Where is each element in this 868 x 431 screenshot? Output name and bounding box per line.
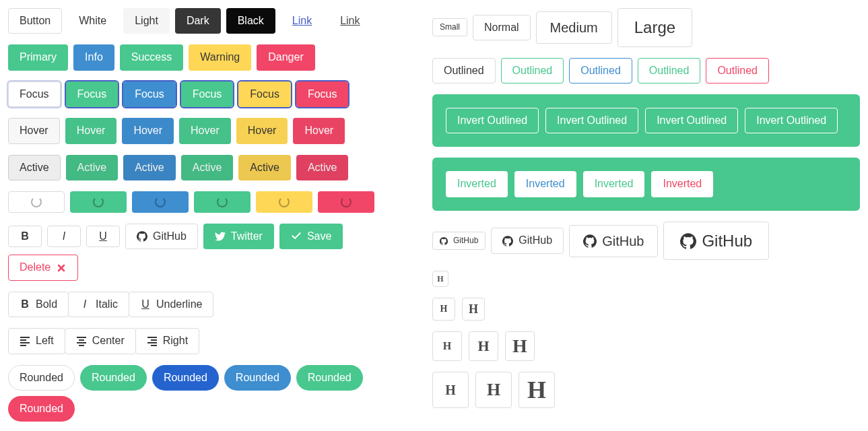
heading-icon-small[interactable]: H — [432, 298, 455, 321]
inverted-info[interactable]: Inverted — [514, 171, 576, 197]
align-addons-row: Left Center Right — [8, 328, 392, 354]
style-row: Button White Light Dark Black Link Link — [8, 8, 392, 34]
rounded-success[interactable]: Rounded — [296, 365, 363, 391]
bold-icon: B — [20, 299, 30, 310]
underline-button[interactable]: U — [86, 226, 120, 247]
heading-icon-medium[interactable]: H — [505, 331, 535, 361]
hover-row: Hover Hover Hover Hover Hover Hover — [8, 118, 392, 143]
rounded-blue[interactable]: Rounded — [152, 365, 219, 391]
github-button[interactable]: GitHub — [125, 224, 198, 249]
underline-labeled-button[interactable]: UUnderline — [129, 292, 213, 317]
invert-outlined-4[interactable]: Invert Outlined — [745, 108, 838, 133]
twitter-button[interactable]: Twitter — [203, 224, 274, 249]
inverted-danger[interactable]: Inverted — [651, 171, 713, 197]
loading-info[interactable] — [132, 191, 189, 213]
align-left-button[interactable]: Left — [8, 328, 65, 354]
outlined-default[interactable]: Outlined — [432, 58, 496, 84]
active-success[interactable]: Active — [181, 155, 234, 180]
button-danger[interactable]: Danger — [257, 44, 314, 70]
focus-info[interactable]: Focus — [123, 81, 176, 107]
rounded-default[interactable]: Rounded — [8, 365, 75, 391]
align-right-button[interactable]: Right — [135, 328, 199, 354]
button-link[interactable]: Link — [281, 8, 323, 34]
italic-button[interactable]: I — [47, 226, 81, 247]
rounded-primary[interactable]: Rounded — [80, 365, 147, 391]
button-dark[interactable]: Dark — [175, 8, 221, 34]
invert-outlined-2[interactable]: Invert Outlined — [545, 108, 638, 133]
check-icon — [291, 231, 302, 242]
button-black[interactable]: Black — [226, 8, 275, 34]
rounded-danger[interactable]: Rounded — [8, 396, 75, 422]
heading-icon-small[interactable]: H — [432, 372, 469, 408]
button-warning[interactable]: Warning — [189, 44, 251, 70]
hover-warning[interactable]: Hover — [236, 118, 288, 143]
heading-icon-small[interactable]: H — [432, 271, 448, 287]
inverted-success[interactable]: Inverted — [583, 171, 645, 197]
hover-success[interactable]: Hover — [179, 118, 231, 143]
button-light[interactable]: Light — [123, 8, 170, 34]
size-normal[interactable]: Normal — [473, 15, 531, 40]
active-default[interactable]: Active — [8, 155, 61, 180]
rounded-info[interactable]: Rounded — [224, 365, 291, 391]
focus-danger[interactable]: Focus — [296, 81, 349, 107]
focus-primary[interactable]: Focus — [66, 81, 119, 107]
format-addons-row: BBold IItalic UUnderline — [8, 292, 392, 317]
loading-success[interactable] — [194, 191, 251, 213]
bold-labeled-button[interactable]: BBold — [8, 292, 69, 317]
heading-icon-normal[interactable]: H — [475, 372, 512, 408]
hover-info[interactable]: Hover — [122, 118, 174, 143]
focus-warning[interactable]: Focus — [238, 81, 291, 107]
active-info[interactable]: Active — [123, 155, 176, 180]
button-info[interactable]: Info — [73, 44, 114, 70]
github-large[interactable]: GitHub — [663, 222, 769, 261]
loading-warning[interactable] — [256, 191, 312, 213]
bold-button[interactable]: B — [8, 226, 42, 247]
outlined-info[interactable]: Outlined — [569, 58, 632, 84]
github-medium[interactable]: GitHub — [569, 225, 658, 257]
outlined-success[interactable]: Outlined — [638, 58, 701, 84]
sizes-row: Small Normal Medium Large — [432, 8, 860, 47]
inverted-primary[interactable]: Inverted — [446, 171, 508, 197]
spinner-icon — [279, 197, 290, 207]
button-white[interactable]: White — [67, 8, 118, 34]
button-primary[interactable]: Primary — [8, 44, 68, 70]
outlined-danger[interactable]: Outlined — [706, 58, 769, 84]
heading-icon-normal[interactable]: H — [462, 298, 485, 321]
heading-icon-large[interactable]: H — [519, 372, 555, 408]
invert-outlined-3[interactable]: Invert Outlined — [645, 108, 738, 133]
active-primary[interactable]: Active — [66, 155, 119, 180]
size-medium[interactable]: Medium — [536, 11, 612, 44]
focus-success[interactable]: Focus — [181, 81, 234, 107]
github-normal[interactable]: GitHub — [491, 228, 564, 253]
italic-labeled-button[interactable]: IItalic — [68, 292, 129, 317]
hover-primary[interactable]: Hover — [65, 118, 117, 143]
button-success[interactable]: Success — [120, 44, 183, 70]
loading-primary[interactable] — [70, 191, 127, 213]
active-warning[interactable]: Active — [238, 155, 291, 180]
align-center-button[interactable]: Center — [65, 328, 136, 354]
button-text[interactable]: Link — [329, 8, 371, 34]
github-small[interactable]: GitHub — [432, 232, 486, 250]
align-left-icon — [20, 335, 30, 346]
delete-button[interactable]: Delete — [8, 255, 78, 280]
align-center-icon — [76, 335, 87, 346]
heading-icon-normal[interactable]: H — [469, 331, 498, 361]
github-icon — [137, 231, 147, 242]
invert-outlined-1[interactable]: Invert Outlined — [446, 108, 539, 133]
size-small[interactable]: Small — [432, 18, 467, 36]
active-danger[interactable]: Active — [296, 155, 349, 180]
hover-default[interactable]: Hover — [8, 118, 60, 143]
github-icon — [440, 237, 448, 245]
outlined-primary[interactable]: Outlined — [501, 58, 564, 84]
loading-danger[interactable] — [318, 191, 374, 213]
save-button[interactable]: Save — [279, 224, 343, 249]
spinner-icon — [341, 197, 352, 207]
invert-outlined-panel: Invert Outlined Invert Outlined Invert O… — [432, 94, 860, 147]
size-large[interactable]: Large — [617, 8, 692, 47]
hover-danger[interactable]: Hover — [293, 118, 345, 143]
button-default[interactable]: Button — [8, 8, 62, 34]
focus-default[interactable]: Focus — [8, 81, 61, 107]
loading-default[interactable] — [8, 191, 65, 213]
icon-grid-1: H — [432, 271, 860, 287]
heading-icon-small[interactable]: H — [432, 331, 462, 361]
